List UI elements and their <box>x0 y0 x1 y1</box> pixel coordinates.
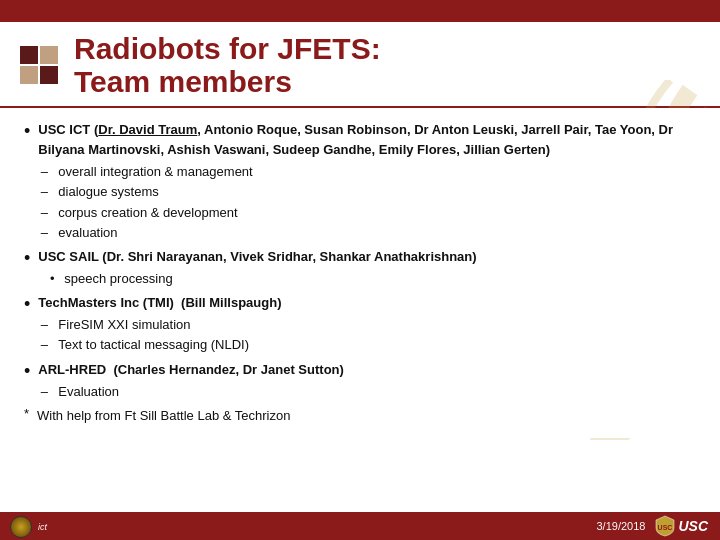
sq-bottom-left <box>20 66 38 84</box>
sq-top-left <box>20 46 38 64</box>
bullet-content-1: USC ICT (Dr. David Traum, Antonio Roque,… <box>38 120 696 243</box>
sub-text-integration: overall integration & management <box>58 162 252 182</box>
sq-bottom-right <box>40 66 58 84</box>
title-line2: Team members <box>74 65 381 98</box>
usc-sail-sublist: • speech processing <box>38 269 696 289</box>
title-line1: Radiobots for JFETS: <box>74 32 381 65</box>
usc-logo: USC USC <box>655 515 708 537</box>
sub-text-firesim: FireSIM XXI simulation <box>58 315 190 335</box>
sub-text-corpus: corpus creation & development <box>58 203 237 223</box>
bullet-dot-1: • <box>24 122 30 140</box>
techmasters-bold: TechMasters Inc (TMI) (Bill Millspaugh) <box>38 295 281 310</box>
usc-text-label: USC <box>678 518 708 534</box>
sub-item-firesim: – FireSIM XXI simulation <box>38 315 696 335</box>
bullet-content-2: USC SAIL (Dr. Shri Narayanan, Vivek Srid… <box>38 247 696 289</box>
ict-logo-circle <box>10 516 32 538</box>
arl-hred-bold: ARL-HRED (Charles Hernandez, Dr Janet Su… <box>38 362 344 377</box>
techmasters-text: TechMasters Inc (TMI) (Bill Millspaugh) <box>38 295 281 310</box>
date-label: 3/19/2018 <box>597 520 646 532</box>
sub-item-integration: – overall integration & management <box>38 162 696 182</box>
logo-block <box>20 46 58 84</box>
ict-text-label: ict <box>38 522 47 532</box>
list-item-usc-sail: • USC SAIL (Dr. Shri Narayanan, Vivek Sr… <box>24 247 696 289</box>
usc-sail-bold: USC SAIL (Dr. Shri Narayanan, Vivek Srid… <box>38 249 476 264</box>
sub-text-evaluation1: evaluation <box>58 223 117 243</box>
usc-ict-text: USC ICT (Dr. David Traum, Antonio Roque,… <box>38 122 673 157</box>
title-block: Radiobots for JFETS: Team members <box>74 32 381 98</box>
sub-text-speech: speech processing <box>64 269 172 289</box>
bullet-dot-2: • <box>24 249 30 267</box>
sq-top-right <box>40 46 58 64</box>
sub-item-evaluation2: – Evaluation <box>38 382 696 402</box>
sub-item-dialogue: – dialogue systems <box>38 182 696 202</box>
bullet-content-3: TechMasters Inc (TMI) (Bill Millspaugh) … <box>38 293 696 355</box>
sub-text-evaluation2: Evaluation <box>58 382 119 402</box>
help-text: With help from Ft Sill Battle Lab & Tech… <box>37 408 290 423</box>
bullet-dot-4: • <box>24 362 30 380</box>
usc-ict-bold: USC ICT (Dr. David Traum, Antonio Roque,… <box>38 122 673 157</box>
sub-text-nldi: Text to tactical messaging (NLDI) <box>58 335 249 355</box>
svg-text:USC: USC <box>658 524 673 531</box>
list-item-techmasters: • TechMasters Inc (TMI) (Bill Millspaugh… <box>24 293 696 355</box>
arl-hred-sublist: – Evaluation <box>38 382 696 402</box>
list-item-help: * With help from Ft Sill Battle Lab & Te… <box>24 406 696 426</box>
footer-left: ict <box>10 516 47 538</box>
sub-item-corpus: – corpus creation & development <box>38 203 696 223</box>
bullet-marker-help: * <box>24 407 29 420</box>
bullet-content-4: ARL-HRED (Charles Hernandez, Dr Janet Su… <box>38 360 696 402</box>
logo-squares <box>20 46 58 84</box>
techmasters-sublist: – FireSIM XXI simulation – Text to tacti… <box>38 315 696 355</box>
sub-text-dialogue: dialogue systems <box>58 182 158 202</box>
bullet-content-help: With help from Ft Sill Battle Lab & Tech… <box>37 406 696 426</box>
bullet-dot-3: • <box>24 295 30 313</box>
arl-hred-text: ARL-HRED (Charles Hernandez, Dr Janet Su… <box>38 362 344 377</box>
usc-sail-text: USC SAIL (Dr. Shri Narayanan, Vivek Srid… <box>38 249 476 264</box>
list-item-arl-hred: • ARL-HRED (Charles Hernandez, Dr Janet … <box>24 360 696 402</box>
bottom-bar: 3/19/2018 USC USC <box>0 512 720 540</box>
usc-ict-sublist: – overall integration & management – dia… <box>38 162 696 243</box>
main-bullet-list: • USC ICT (Dr. David Traum, Antonio Roqu… <box>24 120 696 426</box>
sub-item-speech: • speech processing <box>46 269 696 289</box>
usc-shield-icon: USC <box>655 515 675 537</box>
top-bar <box>0 0 720 22</box>
sub-item-evaluation1: – evaluation <box>38 223 696 243</box>
list-item-usc-ict: • USC ICT (Dr. David Traum, Antonio Roqu… <box>24 120 696 243</box>
header: Radiobots for JFETS: Team members <box>0 22 720 108</box>
content-area: • USC ICT (Dr. David Traum, Antonio Roqu… <box>0 108 720 438</box>
sub-item-nldi: – Text to tactical messaging (NLDI) <box>38 335 696 355</box>
